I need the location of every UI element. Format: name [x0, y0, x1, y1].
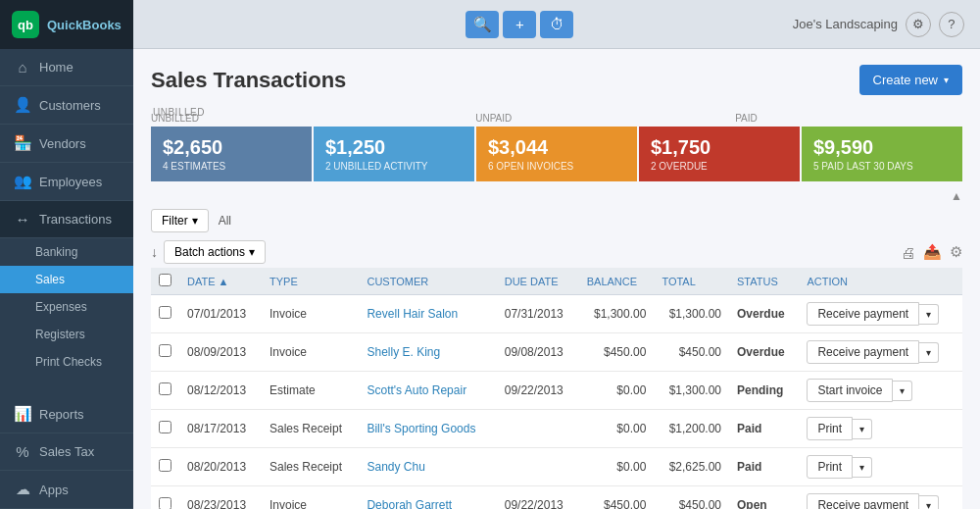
card-paid-sub: 5 Paid Last 30 Days	[813, 161, 951, 172]
row-checkbox-1[interactable]	[159, 344, 172, 357]
table-actions-right: 🖨 📤 ⚙	[901, 243, 962, 261]
sidebar-item-customers[interactable]: 👤 Customers	[0, 86, 133, 125]
clock-button[interactable]: ⏱	[540, 11, 573, 38]
row-action-4: Print ▾	[799, 448, 962, 486]
th-checkbox	[151, 268, 179, 295]
sidebar-item-customers-label: Customers	[39, 98, 101, 113]
sidebar-item-print-checks-label: Print Checks	[35, 355, 102, 369]
action-button-5[interactable]: Receive payment	[807, 493, 919, 509]
action-button-0[interactable]: Receive payment	[807, 302, 919, 326]
filter-all-label: All	[219, 214, 231, 228]
sidebar-item-registers-label: Registers	[35, 328, 85, 341]
add-button[interactable]: +	[503, 11, 536, 38]
action-dropdown-arrow-5[interactable]: ▾	[919, 495, 939, 510]
sidebar-item-employees[interactable]: 👥 Employees	[0, 163, 133, 201]
row-checkbox-5[interactable]	[159, 497, 172, 509]
row-customer-0: Revell Hair Salon	[359, 295, 496, 333]
action-dropdown-arrow-4[interactable]: ▾	[853, 457, 872, 478]
filter-dropdown-arrow: ▾	[192, 214, 198, 228]
action-button-1[interactable]: Receive payment	[807, 340, 919, 364]
content-area: Sales Transactions Create new ▾ Unbilled…	[133, 49, 980, 509]
row-total-5: $450.00	[654, 486, 729, 510]
table-controls: ↓ Batch actions ▾ 🖨 📤 ⚙	[151, 240, 962, 264]
action-button-3[interactable]: Print	[807, 417, 853, 440]
sidebar-item-vendors-label: Vendors	[39, 136, 86, 151]
help-button[interactable]: ?	[939, 12, 964, 37]
row-type-1: Invoice	[262, 333, 359, 372]
th-date[interactable]: DATE ▲	[179, 268, 262, 295]
action-dropdown-arrow-0[interactable]: ▾	[919, 304, 939, 325]
gear-button[interactable]: ⚙	[906, 12, 931, 37]
card-paid-amount: $9,590	[813, 136, 951, 159]
sort-icon[interactable]: ↓	[151, 244, 158, 260]
sidebar-item-vendors[interactable]: 🏪 Vendors	[0, 125, 133, 163]
topbar-right: Joe's Landscaping ⚙ ?	[793, 12, 964, 37]
card-overdue[interactable]: $1,750 2 Overdue	[639, 127, 800, 181]
row-status-5: Open	[729, 486, 799, 510]
th-balance: BALANCE	[579, 268, 655, 295]
row-date-0: 07/01/2013	[179, 295, 262, 333]
action-dropdown-arrow-1[interactable]: ▾	[919, 342, 939, 363]
collapse-button[interactable]: ▲	[951, 189, 962, 203]
table-row: 08/23/2013 Invoice Deborah Garrett 09/22…	[151, 486, 962, 510]
print-table-button[interactable]: 🖨	[901, 243, 915, 261]
row-checkbox-2[interactable]	[159, 382, 172, 395]
action-dropdown-arrow-2[interactable]: ▾	[893, 381, 912, 401]
sidebar-item-transactions-label: Transactions	[39, 212, 112, 227]
sidebar-item-print-checks[interactable]: Print Checks	[0, 348, 133, 376]
sidebar-item-registers[interactable]: Registers	[0, 321, 133, 348]
sidebar-item-sales[interactable]: Sales	[0, 266, 133, 293]
card-unbilled[interactable]: $1,250 2 Unbilled Activity	[314, 127, 474, 181]
select-all-checkbox[interactable]	[159, 274, 172, 286]
sidebar-item-banking[interactable]: Banking	[0, 238, 133, 266]
summary-section: Unbilled	[151, 107, 962, 121]
row-total-4: $2,625.00	[654, 448, 729, 486]
sales-tax-icon: %	[14, 443, 31, 460]
row-type-2: Estimate	[262, 372, 359, 410]
table-row: 08/17/2013 Sales Receipt Bill's Sporting…	[151, 410, 962, 448]
paid-group-label: Paid	[735, 113, 758, 124]
row-checkbox-0[interactable]	[159, 306, 172, 319]
row-due-date-2: 09/22/2013	[497, 372, 579, 410]
sidebar-item-apps[interactable]: ☁ Apps	[0, 471, 133, 509]
card-estimates[interactable]: $2,650 4 Estimates	[151, 127, 312, 181]
sidebar-item-expenses[interactable]: Expenses	[0, 293, 133, 321]
row-status-0: Overdue	[729, 295, 799, 333]
row-checkbox-3[interactable]	[159, 421, 172, 433]
employees-icon: 👥	[14, 173, 31, 190]
card-open-invoices[interactable]: $3,044 6 Open Invoices	[476, 127, 637, 181]
sidebar-item-sales-tax[interactable]: % Sales Tax	[0, 433, 133, 471]
sidebar-item-transactions[interactable]: ↔ Transactions	[0, 201, 133, 238]
row-checkbox-cell	[151, 372, 179, 410]
sidebar-item-sales-tax-label: Sales Tax	[39, 444, 94, 459]
row-action-1: Receive payment ▾	[799, 333, 962, 372]
settings-table-button[interactable]: ⚙	[950, 243, 962, 261]
unpaid-group-label: Unpaid	[475, 113, 512, 124]
filter-button[interactable]: Filter ▾	[151, 209, 209, 232]
action-button-4[interactable]: Print	[807, 455, 853, 479]
page-header: Sales Transactions Create new ▾	[151, 65, 962, 95]
row-checkbox-4[interactable]	[159, 459, 172, 472]
batch-actions-button[interactable]: Batch actions ▾	[164, 240, 266, 264]
sidebar-item-home[interactable]: ⌂ Home	[0, 49, 133, 86]
sidebar-item-reports[interactable]: 📊 Reports	[0, 395, 133, 433]
table-row: 07/01/2013 Invoice Revell Hair Salon 07/…	[151, 295, 962, 333]
row-type-4: Sales Receipt	[262, 448, 359, 486]
home-icon: ⌂	[14, 59, 31, 76]
row-due-date-5: 09/22/2013	[497, 486, 579, 510]
row-due-date-0: 07/31/2013	[497, 295, 579, 333]
qb-logo-icon: qb	[12, 11, 39, 38]
row-action-3: Print ▾	[799, 410, 962, 448]
create-new-button[interactable]: Create new ▾	[859, 65, 962, 95]
export-table-button[interactable]: 📤	[923, 243, 942, 261]
action-dropdown-arrow-3[interactable]: ▾	[853, 419, 872, 439]
action-button-2[interactable]: Start invoice	[807, 379, 893, 402]
filter-bar: Filter ▾ All	[151, 209, 962, 232]
row-type-5: Invoice	[262, 486, 359, 510]
sidebar: qb QuickBooks ⌂ Home 👤 Customers 🏪 Vendo…	[0, 0, 133, 509]
collapse-row: ▲	[151, 189, 962, 203]
card-paid[interactable]: $9,590 5 Paid Last 30 Days	[802, 127, 962, 181]
vendors-icon: 🏪	[14, 134, 31, 152]
search-button[interactable]: 🔍	[466, 11, 499, 38]
row-customer-1: Shelly E. King	[359, 333, 496, 372]
